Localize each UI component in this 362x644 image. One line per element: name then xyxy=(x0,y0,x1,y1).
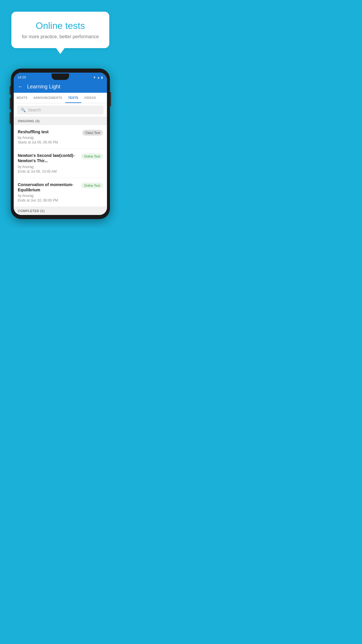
phone-volume-up-button xyxy=(10,86,11,95)
app-header: ← Learning Light xyxy=(14,81,107,93)
top-section: Online tests for more practice, better p… xyxy=(0,0,121,57)
test-info-3: Conservation of momentum-Equilibrium by … xyxy=(18,182,78,202)
test-badge-2: Online Test xyxy=(81,153,103,159)
phone-volume-down-button xyxy=(10,98,11,109)
ongoing-section-label: ONGOING (3) xyxy=(14,117,107,125)
test-name-3: Conservation of momentum-Equilibrium xyxy=(18,182,78,192)
phone-power-button xyxy=(110,92,111,106)
phone-container: 14:29 ▼ ▲ ▮ ← Learning Light MENTS ANNOU… xyxy=(11,69,110,219)
search-icon: 🔍 xyxy=(21,108,26,112)
test-item[interactable]: Conservation of momentum-Equilibrium by … xyxy=(14,178,107,207)
phone-screen: 14:29 ▼ ▲ ▮ ← Learning Light MENTS ANNOU… xyxy=(14,73,107,215)
tabs-bar: MENTS ANNOUNCEMENTS TESTS VIDEOS xyxy=(14,93,107,103)
test-list: Reshuffling test by Anurag Starts at Jul… xyxy=(14,125,107,207)
phone-extra-button xyxy=(10,112,11,124)
test-info-1: Reshuffling test by Anurag Starts at Jul… xyxy=(18,129,79,144)
speech-bubble: Online tests for more practice, better p… xyxy=(11,12,110,48)
bubble-subtitle: for more practice, better performance xyxy=(18,34,103,39)
test-date-2: Ends at Jul 06, 10:45 AM xyxy=(18,169,78,174)
phone-notch-area xyxy=(11,73,110,81)
search-container: 🔍 Search xyxy=(14,103,107,117)
tab-tests[interactable]: TESTS xyxy=(65,93,81,103)
test-badge-3: Online Test xyxy=(81,183,103,188)
test-date-3: Ends at Jun 10, 06:00 PM xyxy=(18,198,78,202)
test-badge-1: Class Test xyxy=(82,130,103,136)
test-info-2: Newton's Second law(contd)-Newton's Thir… xyxy=(18,153,78,173)
back-button[interactable]: ← xyxy=(18,84,23,90)
completed-section-label: COMPLETED (1) xyxy=(14,207,107,215)
app-title: Learning Light xyxy=(27,84,60,90)
test-item[interactable]: Newton's Second law(contd)-Newton's Thir… xyxy=(14,149,107,178)
test-item[interactable]: Reshuffling test by Anurag Starts at Jul… xyxy=(14,125,107,149)
phone-notch xyxy=(52,74,69,80)
phone-outer: 14:29 ▼ ▲ ▮ ← Learning Light MENTS ANNOU… xyxy=(11,69,110,219)
test-author-3: by Anurag xyxy=(18,194,78,198)
bubble-title: Online tests xyxy=(18,20,103,31)
search-placeholder: Search xyxy=(28,108,41,112)
tab-announcements[interactable]: ANNOUNCEMENTS xyxy=(31,93,65,103)
test-date-1: Starts at Jul 05, 05:45 PM xyxy=(18,140,79,144)
test-author-2: by Anurag xyxy=(18,165,78,169)
test-name-2: Newton's Second law(contd)-Newton's Thir… xyxy=(18,153,78,163)
tab-videos[interactable]: VIDEOS xyxy=(81,93,99,103)
tab-ments[interactable]: MENTS xyxy=(14,93,31,103)
search-box[interactable]: 🔍 Search xyxy=(17,106,103,114)
test-name-1: Reshuffling test xyxy=(18,129,79,134)
test-author-1: by Anurag xyxy=(18,136,79,140)
